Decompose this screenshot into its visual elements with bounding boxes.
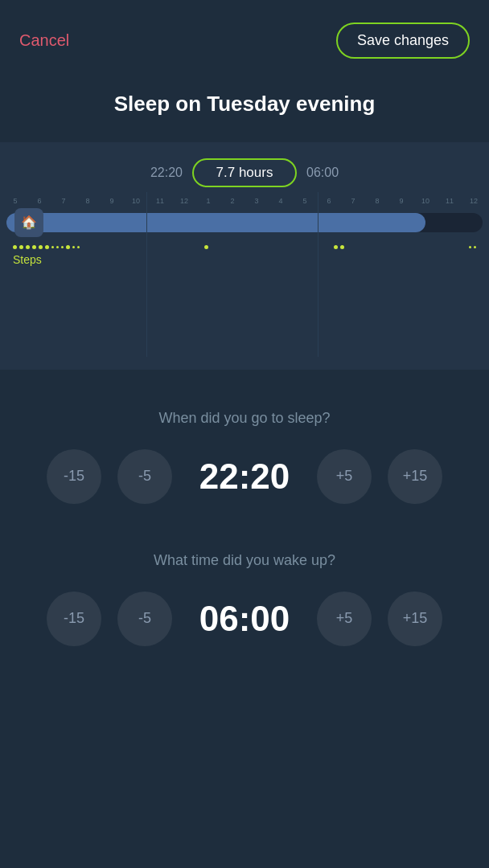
step-dot (45, 245, 49, 249)
cancel-button[interactable]: Cancel (19, 31, 69, 50)
step-dot (19, 245, 23, 249)
start-time-label: 22:20 (150, 166, 183, 180)
step-dot (334, 245, 338, 249)
step-dot (13, 245, 17, 249)
sleep-minus15-button[interactable]: -15 (47, 449, 101, 504)
duration-pill: 7.7 hours (192, 158, 297, 187)
divider-chart-left (146, 276, 147, 357)
sleep-time-controls: -15 -5 22:20 +5 +15 (19, 449, 470, 504)
sleep-question-label: When did you go to sleep? (19, 410, 470, 427)
sleep-bar-fill (6, 213, 425, 232)
sleep-minus5-button[interactable]: -5 (117, 449, 172, 504)
sleep-bar-handle[interactable]: 🏠 (14, 208, 43, 237)
step-dot-small (56, 246, 59, 248)
step-dot-small (469, 246, 471, 248)
end-time-label: 06:00 (306, 166, 339, 180)
title-section: Sleep on Tuesday evening (0, 75, 489, 142)
header: Cancel Save changes (0, 0, 489, 75)
sleep-bar-track (6, 213, 483, 232)
wake-plus15-button[interactable]: +15 (388, 592, 442, 646)
step-dot-small (77, 246, 80, 248)
sleep-plus5-button[interactable]: +5 (317, 449, 372, 504)
step-dot (340, 245, 344, 249)
step-dot (32, 245, 36, 249)
step-dot (204, 245, 208, 249)
home-icon: 🏠 (21, 215, 37, 230)
wake-time-controls: -15 -5 06:00 +5 +15 (19, 592, 470, 646)
sleep-plus15-button[interactable]: +15 (388, 449, 442, 504)
wake-question-block: What time did you wake up? -15 -5 06:00 … (19, 552, 470, 646)
steps-section: Steps (0, 240, 489, 276)
wake-minus15-button[interactable]: -15 (47, 592, 101, 646)
ruler: 5 6 7 8 9 10 11 12 1 2 3 4 5 6 7 8 9 10 … (0, 197, 489, 205)
wake-time-value: 06:00 (188, 599, 301, 639)
step-dot (26, 245, 30, 249)
step-dot (66, 245, 70, 249)
time-labels-row: 22:20 7.7 hours 06:00 (0, 158, 489, 187)
save-button[interactable]: Save changes (336, 23, 470, 59)
questions-section: When did you go to sleep? -15 -5 22:20 +… (0, 370, 489, 717)
chart-area (0, 276, 489, 357)
wake-minus5-button[interactable]: -5 (117, 592, 172, 646)
step-dot-small (51, 246, 54, 248)
wake-plus5-button[interactable]: +5 (317, 592, 372, 646)
timeline-section: 22:20 7.7 hours 06:00 5 6 7 8 9 10 11 12… (0, 142, 489, 370)
step-dot-small (474, 246, 476, 248)
step-dot-small (61, 246, 64, 248)
sleep-bar-area[interactable]: 🏠 (0, 208, 489, 237)
sleep-time-value: 22:20 (188, 457, 301, 497)
step-dot (39, 245, 43, 249)
steps-dots (13, 245, 476, 249)
page-title: Sleep on Tuesday evening (19, 91, 470, 118)
sleep-question-block: When did you go to sleep? -15 -5 22:20 +… (19, 410, 470, 504)
sleep-bar-container: 🏠 (6, 208, 483, 237)
divider-chart-right (318, 276, 318, 357)
steps-label: Steps (13, 253, 42, 266)
wake-question-label: What time did you wake up? (19, 552, 470, 569)
step-dot-small (72, 246, 75, 248)
